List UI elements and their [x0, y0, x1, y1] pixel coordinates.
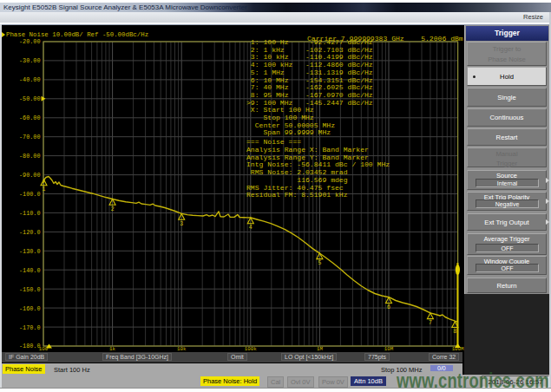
svg-text:-180.0: -180.0: [19, 343, 40, 350]
svg-text:100: 100: [39, 346, 49, 352]
svg-text:10k: 10k: [177, 346, 187, 352]
svg-text:-120.0: -120.0: [19, 229, 40, 236]
svg-text:-80.00: -80.00: [19, 153, 40, 160]
svg-text:-130.0: -130.0: [19, 248, 40, 255]
svg-text:6: 6: [387, 304, 390, 310]
svg-text:-60.00: -60.00: [19, 114, 40, 121]
svg-text:10M: 10M: [384, 346, 394, 352]
svg-text:-30.00: -30.00: [19, 57, 40, 64]
svg-text:7: 7: [429, 320, 432, 326]
svg-text:-160.0: -160.0: [19, 305, 40, 312]
svg-text:4: 4: [249, 225, 253, 231]
svg-text:1M: 1M: [317, 346, 323, 352]
svg-text:8: 8: [453, 329, 456, 335]
svg-text:-50.00: -50.00: [19, 95, 40, 102]
svg-text:5: 5: [318, 260, 321, 266]
svg-text:-90.00: -90.00: [19, 172, 40, 179]
svg-text:-70.00: -70.00: [19, 134, 40, 140]
svg-text:-100.0: -100.0: [19, 191, 40, 198]
svg-text:2: 2: [111, 206, 115, 212]
svg-text:-150.0: -150.0: [19, 286, 40, 293]
svg-text:-40.00: -40.00: [19, 76, 40, 83]
svg-text:3: 3: [180, 221, 183, 227]
svg-text:-140.0: -140.0: [19, 267, 40, 274]
svg-text:-170.0: -170.0: [19, 324, 40, 331]
svg-text:-20.00: -20.00: [19, 38, 40, 45]
svg-text:1: 1: [43, 186, 46, 193]
svg-text:100k: 100k: [245, 346, 257, 352]
svg-text:-110.0: -110.0: [19, 210, 40, 217]
svg-text:1k: 1k: [109, 346, 115, 352]
